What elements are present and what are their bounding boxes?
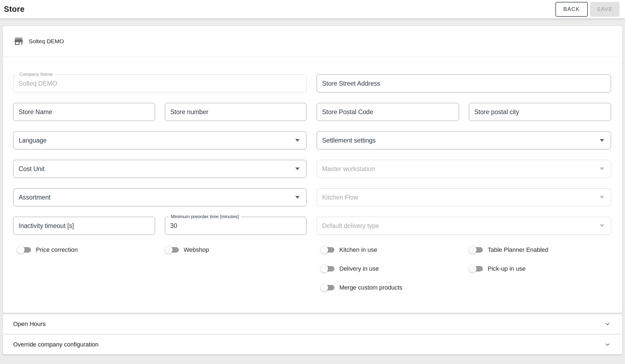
street-address-field-wrap <box>317 74 611 93</box>
language-field-wrap: Language <box>13 131 306 149</box>
cost-unit-field-wrap: Cost Unit <box>13 160 306 178</box>
merge-custom-products-label: Merge custom products <box>339 284 402 291</box>
open-hours-label: Open Hours <box>13 320 46 328</box>
street-address-input[interactable] <box>317 74 611 93</box>
caret-down-icon <box>295 139 300 142</box>
chevron-down-icon <box>604 320 611 328</box>
delivery-in-use-toggle[interactable] <box>320 265 335 273</box>
default-delivery-select-label: Default delivery type <box>322 222 379 230</box>
kitchen-in-use-toggle[interactable] <box>320 246 335 254</box>
override-company-config-accordion[interactable]: Override company configuration <box>3 334 622 354</box>
delivery-in-use-label: Delivery in use <box>339 265 379 272</box>
storefront-icon <box>13 36 24 47</box>
table-planner-label: Table Planner Enabled <box>488 246 548 253</box>
save-button[interactable]: SAVE <box>590 2 620 17</box>
back-button[interactable]: BACK <box>555 2 588 17</box>
postal-city-field-wrap <box>469 103 611 121</box>
assortment-select[interactable]: Assortment <box>13 188 306 206</box>
master-workstation-select-label: Master workstation <box>322 165 375 173</box>
toggles-section: Price correction Webshop Kitchen in use … <box>13 245 611 302</box>
inactivity-timeout-field-wrap <box>13 217 155 235</box>
settlement-settings-field-wrap: Settlement settings <box>317 131 611 149</box>
merge-custom-products-toggle[interactable] <box>320 284 335 291</box>
webshop-row: Webshop <box>165 245 307 255</box>
caret-down-icon <box>600 167 604 170</box>
webshop-toggle[interactable] <box>165 246 179 254</box>
table-planner-row: Table Planner Enabled <box>469 245 611 255</box>
pickup-in-use-label: Pick-up in use <box>488 265 526 272</box>
price-correction-toggle[interactable] <box>17 246 31 254</box>
cost-unit-select[interactable]: Cost Unit <box>13 160 306 178</box>
default-delivery-field-wrap: Default delivery type <box>317 217 611 235</box>
store-header-row: Solteq DEMO <box>3 26 622 57</box>
caret-down-icon <box>295 167 300 170</box>
kitchen-flow-select: Kitchen Flow <box>317 188 611 206</box>
min-preorder-field-wrap: Minimum preorder time [minutes] <box>165 217 307 235</box>
settlement-settings-select[interactable]: Settlement settings <box>317 131 611 149</box>
price-correction-label: Price correction <box>36 246 78 253</box>
kitchen-in-use-row: Kitchen in use <box>320 245 459 255</box>
toggles-right-column: Kitchen in use Table Planner Enabled Del… <box>317 245 611 302</box>
company-name-field-wrap: Company Name <box>13 74 306 93</box>
caret-down-icon <box>600 139 604 142</box>
store-name-field-wrap <box>13 103 155 121</box>
cost-unit-select-label: Cost Unit <box>19 165 45 173</box>
postal-code-input[interactable] <box>317 103 459 121</box>
postal-code-field-wrap <box>317 103 459 121</box>
company-name-input[interactable] <box>13 74 306 93</box>
master-workstation-select: Master workstation <box>317 160 611 178</box>
master-workstation-field-wrap: Master workstation <box>317 160 611 178</box>
pickup-in-use-row: Pick-up in use <box>469 264 611 273</box>
store-number-field-wrap <box>165 103 307 121</box>
store-number-input[interactable] <box>165 103 307 121</box>
min-preorder-label: Minimum preorder time [minutes] <box>169 214 241 219</box>
kitchen-in-use-label: Kitchen in use <box>339 246 377 253</box>
company-name-label: Company Name <box>17 72 55 77</box>
override-company-config-label: Override company configuration <box>13 341 99 348</box>
store-name-input[interactable] <box>13 103 155 121</box>
store-form-card: Solteq DEMO Company Name <box>3 26 622 313</box>
header-actions: BACK SAVE <box>555 2 620 17</box>
toggles-left-column: Price correction Webshop <box>13 245 306 302</box>
inactivity-timeout-input[interactable] <box>13 217 155 235</box>
settlement-settings-select-label: Settlement settings <box>322 137 376 144</box>
kitchen-flow-select-label: Kitchen Flow <box>322 194 358 201</box>
assortment-select-label: Assortment <box>19 194 50 201</box>
language-select-label: Language <box>19 137 47 144</box>
assortment-field-wrap: Assortment <box>13 188 306 206</box>
price-correction-row: Price correction <box>17 245 155 255</box>
store-name-heading: Solteq DEMO <box>29 38 64 45</box>
delivery-in-use-row: Delivery in use <box>320 264 459 273</box>
language-select[interactable]: Language <box>13 131 306 149</box>
pickup-in-use-toggle[interactable] <box>469 265 483 273</box>
default-delivery-select: Default delivery type <box>317 217 611 235</box>
caret-down-icon <box>295 196 300 199</box>
store-form: Company Name <box>3 57 622 302</box>
open-hours-accordion[interactable]: Open Hours <box>3 314 622 334</box>
chevron-down-icon <box>604 341 611 348</box>
caret-down-icon <box>600 196 604 199</box>
kitchen-flow-field-wrap: Kitchen Flow <box>317 188 611 206</box>
postal-city-input[interactable] <box>469 103 611 121</box>
page-title: Store <box>4 5 25 14</box>
caret-down-icon <box>600 224 604 227</box>
app-header: Store BACK SAVE <box>0 0 625 19</box>
webshop-label: Webshop <box>184 246 209 253</box>
merge-custom-products-row: Merge custom products <box>320 283 459 292</box>
table-planner-toggle[interactable] <box>469 246 483 254</box>
